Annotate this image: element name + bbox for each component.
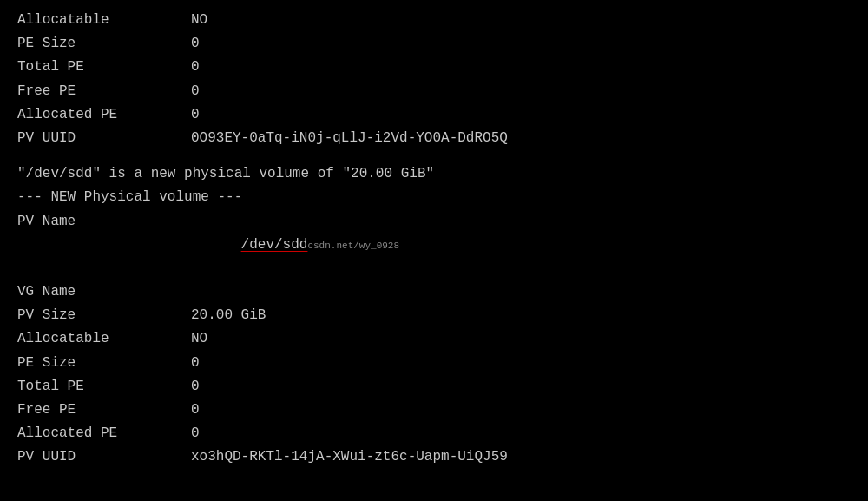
row-allocatable-1: Allocatable NO (17, 9, 851, 32)
row-pv-size: PV Size 20.00 GiB (17, 304, 851, 327)
pv-name-value: /dev/sdd (241, 237, 308, 253)
pv-name-container: /dev/sddcsdn.net/wy_0928 (191, 210, 399, 281)
row-free-pe-1: Free PE 0 (17, 80, 851, 103)
value-pv-uuid-2: xo3hQD-RKTl-14jA-XWui-zt6c-Uapm-UiQJ59 (191, 445, 508, 469)
value-total-pe-2: 0 (191, 375, 200, 399)
label-pv-uuid-2: PV UUID (17, 445, 191, 469)
row-total-pe-1: Total PE 0 (17, 56, 851, 79)
label-allocatable-2: Allocatable (17, 327, 191, 351)
value-pv-uuid-1: 0O93EY-0aTq-iN0j-qLlJ-i2Vd-YO0A-DdRO5Q (191, 127, 508, 150)
label-total-pe-2: Total PE (17, 375, 191, 399)
value-pe-size-1: 0 (191, 32, 200, 56)
label-pv-size: PV Size (17, 304, 191, 327)
label-total-pe-1: Total PE (17, 56, 191, 79)
label-vg-name: VG Name (17, 280, 191, 304)
value-allocatable-2: NO (191, 327, 207, 351)
value-free-pe-2: 0 (191, 399, 200, 422)
label-allocated-pe-2: Allocated PE (17, 422, 191, 445)
label-pe-size-2: PE Size (17, 352, 191, 375)
row-pe-size-1: PE Size 0 (17, 32, 851, 56)
separator-line (17, 150, 851, 162)
row-pv-uuid-1: PV UUID 0O93EY-0aTq-iN0j-qLlJ-i2Vd-YO0A-… (17, 127, 851, 150)
label-pe-size-1: PE Size (17, 32, 191, 56)
row-allocated-pe-1: Allocated PE 0 (17, 103, 851, 127)
row-total-pe-2: Total PE 0 (17, 375, 851, 399)
label-allocated-pe-1: Allocated PE (17, 103, 191, 127)
watermark: csdn.net/wy_0928 (307, 241, 399, 251)
row-vg-name: VG Name (17, 280, 851, 304)
label-pv-name: PV Name (17, 210, 191, 281)
label-free-pe-1: Free PE (17, 80, 191, 103)
new-pv-header: --- NEW Physical volume --- (17, 186, 851, 209)
value-free-pe-1: 0 (191, 80, 200, 103)
row-pe-size-2: PE Size 0 (17, 352, 851, 375)
value-allocated-pe-1: 0 (191, 103, 200, 127)
value-allocatable-1: NO (191, 9, 207, 32)
value-allocated-pe-2: 0 (191, 422, 200, 445)
row-pv-uuid-2: PV UUID xo3hQD-RKTl-14jA-XWui-zt6c-Uapm-… (17, 445, 851, 469)
label-free-pe-2: Free PE (17, 399, 191, 422)
row-allocated-pe-2: Allocated PE 0 (17, 422, 851, 445)
value-pv-size: 20.00 GiB (191, 304, 266, 327)
row-free-pe-2: Free PE 0 (17, 399, 851, 422)
label-pv-uuid-1: PV UUID (17, 127, 191, 150)
row-allocatable-2: Allocatable NO (17, 327, 851, 351)
terminal: Allocatable NO PE Size 0 Total PE 0 Free… (17, 9, 851, 492)
label-allocatable-1: Allocatable (17, 9, 191, 32)
row-pv-name: PV Name /dev/sddcsdn.net/wy_0928 (17, 210, 851, 281)
value-pe-size-2: 0 (191, 352, 200, 375)
value-total-pe-1: 0 (191, 56, 200, 79)
new-pv-message: "/dev/sdd" is a new physical volume of "… (17, 162, 851, 186)
